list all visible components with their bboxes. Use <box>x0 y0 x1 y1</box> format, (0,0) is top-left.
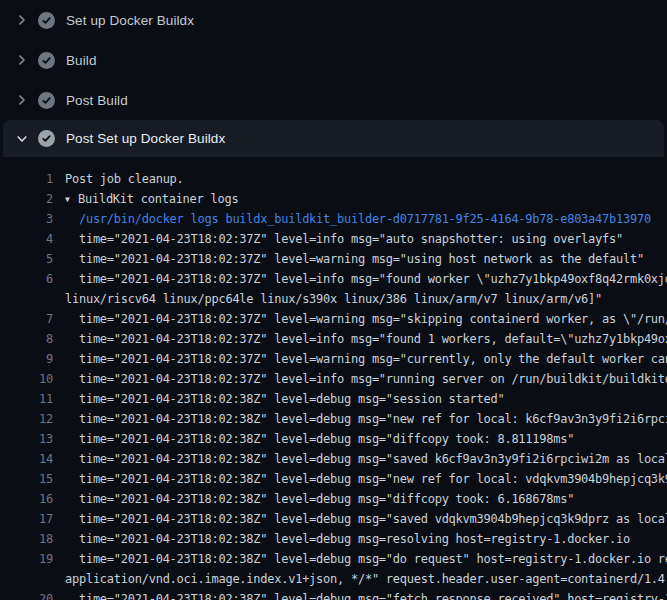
log-line-text: Post job cleanup. <box>65 169 667 189</box>
log-line-number[interactable]: 17 <box>12 509 53 529</box>
log-line-text: time="2021-04-23T18:02:38Z" level=debug … <box>65 469 667 489</box>
chevron-down-icon <box>14 131 30 147</box>
workflow-step-set-up-docker-buildx[interactable]: Set up Docker Buildx <box>0 0 667 40</box>
log-line-number[interactable]: 20 <box>12 589 53 600</box>
log-line-text: time="2021-04-23T18:02:37Z" level=warnin… <box>65 249 667 269</box>
log-line-text: time="2021-04-23T18:02:38Z" level=debug … <box>65 549 667 569</box>
log-line: 6 time="2021-04-23T18:02:37Z" level=info… <box>0 269 667 289</box>
log-line: 12 time="2021-04-23T18:02:38Z" level=deb… <box>0 409 667 429</box>
log-line-number[interactable]: 18 <box>12 529 53 549</box>
log-line-number[interactable]: 11 <box>12 389 53 409</box>
log-line-text: time="2021-04-23T18:02:38Z" level=debug … <box>65 449 667 469</box>
check-circle-icon <box>38 130 55 147</box>
chevron-right-icon <box>14 92 30 108</box>
log-line-number[interactable]: 6 <box>12 269 53 289</box>
actions-log-viewer: Set up Docker Buildx Build Post Buil <box>0 0 667 600</box>
log-line-number[interactable]: 8 <box>12 329 53 349</box>
log-line-text: /usr/bin/docker logs buildx_buildkit_bui… <box>65 209 667 229</box>
log-line-text: time="2021-04-23T18:02:38Z" level=debug … <box>65 529 667 549</box>
log-line-number[interactable]: 15 <box>12 469 53 489</box>
log-line-number[interactable]: 12 <box>12 409 53 429</box>
workflow-step-post-set-up-docker-buildx[interactable]: Post Set up Docker Buildx <box>3 120 664 157</box>
log-line-number[interactable]: 13 <box>12 429 53 449</box>
chevron-right-icon <box>14 12 30 28</box>
check-circle-icon <box>38 52 55 69</box>
log-line-text: time="2021-04-23T18:02:37Z" level=info m… <box>65 329 667 349</box>
workflow-step-build[interactable]: Build <box>0 40 667 80</box>
log-line: 8 time="2021-04-23T18:02:37Z" level=info… <box>0 329 667 349</box>
log-line-text: ▼BuildKit container logs <box>65 189 667 209</box>
log-line: linux/riscv64 linux/ppc64le linux/s390x … <box>0 289 667 309</box>
log-line-number[interactable]: 14 <box>12 449 53 469</box>
step-label: Set up Docker Buildx <box>66 13 194 28</box>
chevron-right-icon <box>14 52 30 68</box>
log-line-text: time="2021-04-23T18:02:38Z" level=debug … <box>65 489 667 509</box>
log-line: 9 time="2021-04-23T18:02:37Z" level=warn… <box>0 349 667 369</box>
log-line-text: time="2021-04-23T18:02:37Z" level=warnin… <box>65 349 667 369</box>
log-group-header: 2 ▼BuildKit container logs <box>0 189 667 209</box>
check-circle-icon <box>38 12 55 29</box>
log-line: 13 time="2021-04-23T18:02:38Z" level=deb… <box>0 429 667 449</box>
log-line: 19 time="2021-04-23T18:02:38Z" level=deb… <box>0 549 667 569</box>
step-label: Build <box>66 53 97 68</box>
log-line-number[interactable]: 2 <box>12 189 53 209</box>
log-line: 18 time="2021-04-23T18:02:38Z" level=deb… <box>0 529 667 549</box>
log-line: 17 time="2021-04-23T18:02:38Z" level=deb… <box>0 509 667 529</box>
log-line-text: time="2021-04-23T18:02:38Z" level=debug … <box>65 589 667 600</box>
log-line: 3 /usr/bin/docker logs buildx_buildkit_b… <box>0 209 667 229</box>
log-line-text: time="2021-04-23T18:02:38Z" level=debug … <box>65 389 667 409</box>
log-line: 7 time="2021-04-23T18:02:37Z" level=warn… <box>0 309 667 329</box>
log-line: 11 time="2021-04-23T18:02:38Z" level=deb… <box>0 389 667 409</box>
log-line: 14 time="2021-04-23T18:02:38Z" level=deb… <box>0 449 667 469</box>
log-line-text: time="2021-04-23T18:02:38Z" level=debug … <box>65 509 667 529</box>
log-line: 1 Post job cleanup. <box>0 169 667 189</box>
log-line-number[interactable]: 4 <box>12 229 53 249</box>
log-line-number[interactable]: 3 <box>12 209 53 229</box>
step-label: Post Build <box>66 93 128 108</box>
log-line: 15 time="2021-04-23T18:02:38Z" level=deb… <box>0 469 667 489</box>
log-line-text: time="2021-04-23T18:02:38Z" level=debug … <box>65 409 667 429</box>
log-line: 16 time="2021-04-23T18:02:38Z" level=deb… <box>0 489 667 509</box>
log-line: 20 time="2021-04-23T18:02:38Z" level=deb… <box>0 589 667 600</box>
log-line-number[interactable]: 16 <box>12 489 53 509</box>
log-line-number <box>12 289 53 309</box>
steps-list: Set up Docker Buildx Build Post Buil <box>0 0 667 157</box>
log-line: 4 time="2021-04-23T18:02:37Z" level=info… <box>0 229 667 249</box>
check-circle-icon <box>38 92 55 109</box>
log-line-number <box>12 569 53 589</box>
log-line-text: time="2021-04-23T18:02:37Z" level=info m… <box>65 369 667 389</box>
log-line: 5 time="2021-04-23T18:02:37Z" level=warn… <box>0 249 667 269</box>
log-line-text: linux/riscv64 linux/ppc64le linux/s390x … <box>65 289 667 309</box>
log-line-text: application/vnd.oci.image.index.v1+json,… <box>65 569 667 589</box>
log-line: 10 time="2021-04-23T18:02:37Z" level=inf… <box>0 369 667 389</box>
log-line-number[interactable]: 7 <box>12 309 53 329</box>
log-pane: 1 Post job cleanup. 2 ▼BuildKit containe… <box>0 157 667 600</box>
step-label: Post Set up Docker Buildx <box>66 131 225 146</box>
log-line-text: time="2021-04-23T18:02:37Z" level=info m… <box>65 269 667 289</box>
log-line-number[interactable]: 5 <box>12 249 53 269</box>
log-line-number[interactable]: 10 <box>12 369 53 389</box>
log-line-text: time="2021-04-23T18:02:37Z" level=warnin… <box>65 309 667 329</box>
log-line-number[interactable]: 1 <box>12 169 53 189</box>
log-line-number[interactable]: 9 <box>12 349 53 369</box>
workflow-step-post-build[interactable]: Post Build <box>0 80 667 120</box>
log-line-text: time="2021-04-23T18:02:37Z" level=info m… <box>65 229 667 249</box>
log-line: application/vnd.oci.image.index.v1+json,… <box>0 569 667 589</box>
log-group-toggle-icon[interactable]: ▼ <box>65 190 78 209</box>
log-line-text: time="2021-04-23T18:02:38Z" level=debug … <box>65 429 667 449</box>
log-line-number[interactable]: 19 <box>12 549 53 569</box>
